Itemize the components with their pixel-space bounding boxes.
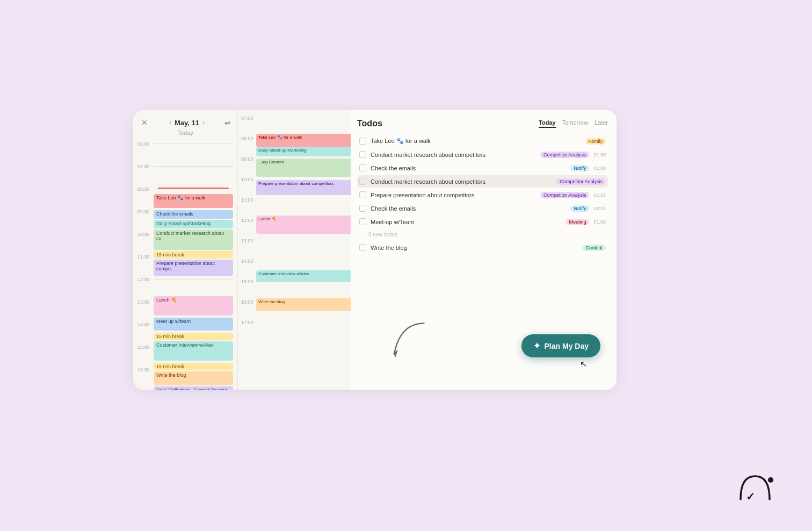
event-market-research[interactable]: Conduct market research about co... xyxy=(154,229,233,250)
todo-tag-meeting: Meeting xyxy=(566,219,589,225)
todo-item-research-2[interactable]: Conduct market research about competitor… xyxy=(357,175,608,188)
todo-time-2: 01:00 xyxy=(593,166,606,171)
todos-header: Todos Today Tomorrow Later xyxy=(357,119,608,128)
det-event-blog[interactable]: Write the blog xyxy=(256,298,359,311)
todo-checkbox-research[interactable] xyxy=(359,151,366,158)
todos-title: Todos xyxy=(357,119,382,128)
time-06: 06:00 xyxy=(137,140,154,147)
close-button[interactable]: ✕ xyxy=(140,118,149,127)
logo-svg: ✓ xyxy=(735,473,775,503)
settings-icon[interactable]: ⇌ xyxy=(224,118,231,127)
todo-checkbox-emails[interactable] xyxy=(359,164,366,171)
tab-later[interactable]: Later xyxy=(595,119,608,128)
todo-empty-label: 0 new todos xyxy=(368,232,397,238)
todo-tag-notify-2: Notify xyxy=(570,205,589,212)
main-card: ✕ ‹ May, 11 › ⇌ Today 06:00 07:00 08:00 xyxy=(133,110,617,390)
det-event-standup[interactable]: Daily Stand-up/Marketing xyxy=(256,147,359,156)
todo-tag-competitor-3: Competitor Analysis xyxy=(540,192,590,198)
time-14: 14:00 xyxy=(137,321,154,327)
event-customer-interview[interactable]: Customer Interview w/Alex xyxy=(154,341,233,361)
time-13: 13:00 xyxy=(137,298,154,305)
svg-marker-0 xyxy=(393,350,398,357)
todo-item-check-emails-2[interactable]: Check the emails Notify 00:15 xyxy=(357,202,608,214)
month-label: May, 11 xyxy=(175,119,199,127)
event-daily-reflection[interactable]: Daily Reflection - Sunset Routine 🌅 xyxy=(154,386,233,390)
app-logo: ✓ xyxy=(735,473,775,505)
today-label: Today xyxy=(133,130,237,140)
event-lunch[interactable]: Lunch 🍕 xyxy=(154,296,233,315)
det-event-pres[interactable]: Prepare presentation about competitors xyxy=(256,180,359,195)
det-event-customer[interactable]: Customer Interview w/Alex xyxy=(256,270,359,282)
todo-text-blog: Write the blog xyxy=(371,245,578,251)
event-break-2[interactable]: 15 min break xyxy=(154,333,233,340)
todo-text-meetup: Meet-up w/Team xyxy=(371,219,561,225)
todo-checkbox-pres[interactable] xyxy=(359,191,366,198)
tab-today[interactable]: Today xyxy=(539,119,556,128)
plan-btn-label: Plan My Day xyxy=(545,342,589,350)
todo-item-meetup[interactable]: Meet-up w/Team Meeting 01:00 xyxy=(357,216,608,228)
event-break-3[interactable]: 15 min break xyxy=(154,363,233,370)
todo-text-research: Conduct market research about competitor… xyxy=(371,152,536,158)
todo-tag-content: Content xyxy=(582,245,606,251)
arrow-decoration xyxy=(388,317,437,365)
todo-time-3: 01:15 xyxy=(593,192,606,198)
todo-text-research-2: Conduct market research about competitor… xyxy=(371,178,552,185)
event-take-leo[interactable]: Take Leo 🐾 for a walk xyxy=(154,194,233,208)
tab-tomorrow[interactable]: Tomorrow xyxy=(562,119,588,128)
plan-btn-sparkle-icon: ✦ xyxy=(533,341,540,351)
todo-tag-notify: Notify xyxy=(570,165,589,171)
event-daily-standup[interactable]: Daily Stand-up/Marketing xyxy=(154,220,233,228)
time-11: 11:00 xyxy=(137,253,154,260)
det-event-research[interactable]: ...log Content xyxy=(256,159,359,177)
event-check-emails[interactable]: Check the emails xyxy=(154,210,233,219)
todo-item-pres[interactable]: Prepare presentation about competitors C… xyxy=(357,189,608,201)
event-meet-up[interactable]: Meet up w/team xyxy=(154,318,233,331)
todo-time-1: 01:30 xyxy=(593,152,606,157)
todo-checkbox-blog[interactable] xyxy=(359,244,366,251)
main-panel: 07:00 08:00 09:00 10:00 11:00 12:00 13:0… xyxy=(238,110,617,390)
time-10: 10:00 xyxy=(137,231,154,237)
det-event-leo[interactable]: Take Leo 🐾 for a walk xyxy=(256,134,359,147)
event-write-blog[interactable]: Write the blog xyxy=(154,371,233,385)
time-12: 12:00 xyxy=(137,276,154,282)
calendar-timeline: 06:00 07:00 08:00 09:00 10:00 11:00 12:0… xyxy=(133,140,237,390)
time-09: 09:00 xyxy=(137,208,154,214)
time-17: 17:00 xyxy=(137,389,154,390)
time-08: 08:00 xyxy=(137,185,154,192)
todo-item-research[interactable]: Conduct market research about competitor… xyxy=(357,148,608,161)
detail-calendar-strip: 07:00 08:00 09:00 10:00 11:00 12:00 13:0… xyxy=(238,110,361,390)
month-navigation: ‹ May, 11 › xyxy=(169,119,205,127)
prev-month-button[interactable]: ‹ xyxy=(169,119,171,126)
time-16: 16:00 xyxy=(137,366,154,372)
todo-item-empty: 0 new todos xyxy=(357,229,608,240)
todo-text-emails: Check the emails xyxy=(371,165,566,171)
todo-checkbox-meetup[interactable] xyxy=(359,218,366,225)
todo-text-pres: Prepare presentation about competitors xyxy=(371,192,536,198)
event-prepare-pres[interactable]: Prepare presentation about compe... xyxy=(154,260,233,276)
todo-checkbox-research-2[interactable] xyxy=(359,178,366,185)
calendar-panel: ✕ ‹ May, 11 › ⇌ Today 06:00 07:00 08:00 xyxy=(133,110,238,390)
det-event-lunch[interactable]: Lunch 🍕 xyxy=(256,216,359,234)
todos-tabs: Today Tomorrow Later xyxy=(539,119,608,128)
todo-item-leo[interactable]: Take Leo 🐾 for a walk Family xyxy=(357,135,608,147)
todo-checkbox-emails-2[interactable] xyxy=(359,205,366,212)
svg-point-2 xyxy=(768,477,773,483)
time-07: 07:00 xyxy=(137,163,154,169)
todo-item-emails[interactable]: Check the emails Notify 01:00 xyxy=(357,162,608,174)
time-15: 15:00 xyxy=(137,343,154,350)
todo-time-4: 00:15 xyxy=(593,206,606,211)
next-month-button[interactable]: › xyxy=(202,119,205,126)
todo-tag-competitor-2: Competitor Analysis xyxy=(556,178,606,185)
plan-my-day-button[interactable]: ✦ Plan My Day xyxy=(521,334,600,357)
todo-text-check-emails-2: Check the emails xyxy=(371,205,566,212)
todo-item-blog[interactable]: Write the blog Content xyxy=(357,241,608,254)
todo-text-leo: Take Leo 🐾 for a walk xyxy=(371,138,581,145)
todo-time-5: 01:00 xyxy=(593,219,606,225)
todo-tag-competitor-1: Competitor Analysis xyxy=(540,152,590,158)
calendar-header: ✕ ‹ May, 11 › ⇌ xyxy=(133,110,237,130)
svg-text:✓: ✓ xyxy=(746,491,755,503)
event-break-1[interactable]: 15 min break xyxy=(154,251,233,259)
todo-tag-family: Family xyxy=(585,138,606,145)
todo-checkbox-leo[interactable] xyxy=(359,138,366,145)
